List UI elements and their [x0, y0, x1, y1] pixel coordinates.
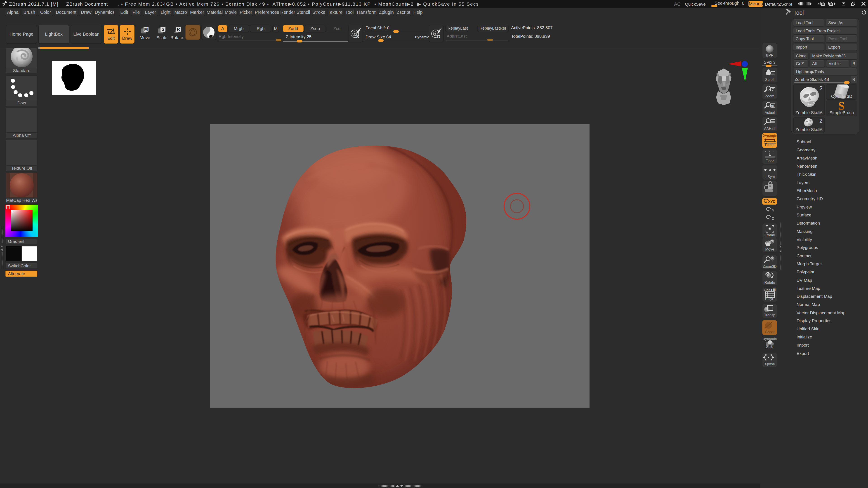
- svg-text:R: R: [177, 27, 180, 32]
- svg-text:S: S: [162, 27, 164, 32]
- svg-text:S: S: [356, 34, 359, 39]
- svg-text:D: D: [437, 34, 440, 39]
- svg-text:Z: Z: [772, 217, 774, 220]
- svg-text:M: M: [144, 27, 148, 32]
- svg-text:Y: Y: [772, 208, 774, 213]
- svg-text:XYZ: XYZ: [768, 199, 775, 203]
- svg-text:S: S: [838, 101, 845, 111]
- svg-text:x1: x1: [771, 104, 774, 107]
